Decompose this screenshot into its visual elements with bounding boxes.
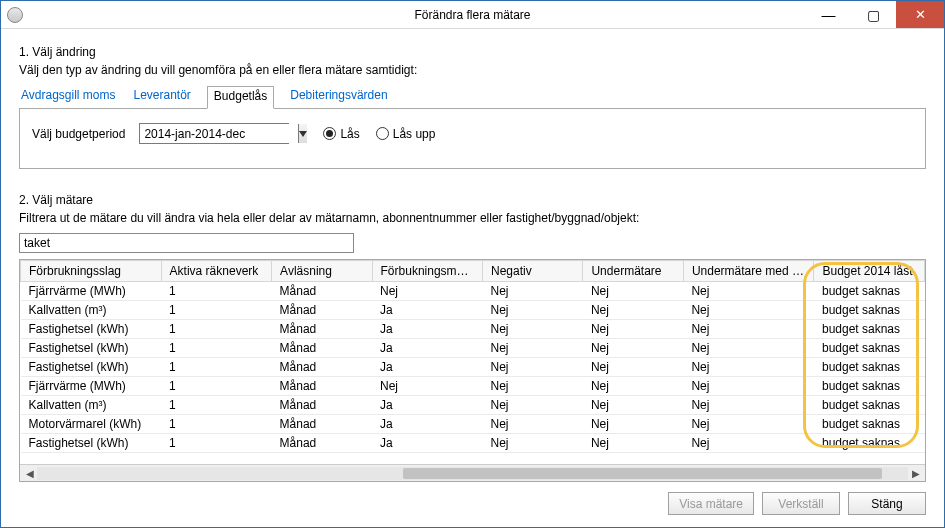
table-cell: Nej (583, 415, 683, 434)
table-cell: Fastighetsel (kWh) (21, 434, 162, 453)
table-cell: budget saknas (814, 434, 925, 453)
tab-avdragsgill-moms[interactable]: Avdragsgill moms (19, 86, 117, 109)
table-cell: 1 (161, 301, 271, 320)
tab-debiteringsvarden[interactable]: Debiteringsvärden (288, 86, 389, 109)
scroll-right-icon[interactable]: ▶ (908, 467, 923, 480)
table-cell: Nej (372, 282, 482, 301)
table-cell: Nej (683, 339, 814, 358)
tab-strip: Avdragsgill moms Leverantör Budgetlås De… (19, 85, 926, 109)
table-cell: Ja (372, 320, 482, 339)
table-cell: Ja (372, 358, 482, 377)
table-cell: Fjärrvärme (MWh) (21, 377, 162, 396)
table-cell: Månad (272, 358, 372, 377)
table-row[interactable]: Fjärrvärme (MWh)1MånadNejNejNejNejbudget… (21, 377, 925, 396)
close-button[interactable]: ✕ (896, 1, 944, 28)
radio-unlock[interactable]: Lås upp (376, 127, 436, 141)
table-row[interactable]: Kallvatten (m³)1MånadJaNejNejNejbudget s… (21, 396, 925, 415)
table-row[interactable]: Fjärrvärme (MWh)1MånadNejNejNejNejbudget… (21, 282, 925, 301)
table-cell: Nej (683, 320, 814, 339)
col-budget-last[interactable]: Budget 2014 låst (814, 261, 925, 282)
app-window: Förändra flera mätare — ▢ ✕ 1. Välj ändr… (0, 0, 945, 528)
table-cell: Ja (372, 415, 482, 434)
col-forbrukningsslag[interactable]: Förbrukningsslag (21, 261, 162, 282)
table-cell: Månad (272, 282, 372, 301)
table-cell: budget saknas (814, 396, 925, 415)
table-cell: Nej (483, 282, 583, 301)
table-cell: Nej (483, 358, 583, 377)
table-cell: Nej (683, 377, 814, 396)
meter-table-scroll[interactable]: Förbrukningsslag Aktiva räkneverk Avläsn… (20, 260, 925, 464)
chevron-down-icon[interactable] (298, 124, 307, 143)
col-aktiva-rakneverk[interactable]: Aktiva räkneverk (161, 261, 271, 282)
table-row[interactable]: Fastighetsel (kWh)1MånadJaNejNejNejbudge… (21, 339, 925, 358)
scroll-track[interactable] (37, 467, 908, 480)
table-header-row: Förbrukningsslag Aktiva räkneverk Avläsn… (21, 261, 925, 282)
table-cell: Fastighetsel (kWh) (21, 339, 162, 358)
col-negativ[interactable]: Negativ (483, 261, 583, 282)
table-cell: Nej (583, 377, 683, 396)
table-cell: 1 (161, 282, 271, 301)
maximize-button[interactable]: ▢ (851, 1, 896, 28)
table-cell: budget saknas (814, 339, 925, 358)
table-cell: Ja (372, 339, 482, 358)
table-cell: Nej (683, 282, 814, 301)
radio-unchecked-icon (376, 127, 389, 140)
table-cell: Fastighetsel (kWh) (21, 320, 162, 339)
table-cell: budget saknas (814, 358, 925, 377)
filter-input[interactable] (19, 233, 354, 253)
col-undermatare[interactable]: Undermätare (583, 261, 683, 282)
table-row[interactable]: Fastighetsel (kWh)1MånadJaNejNejNejbudge… (21, 358, 925, 377)
table-cell: Månad (272, 377, 372, 396)
table-row[interactable]: Motorvärmarel (kWh)1MånadJaNejNejNejbudg… (21, 415, 925, 434)
step1-heading: 1. Välj ändring (19, 45, 926, 59)
radio-lock-label: Lås (340, 127, 359, 141)
table-cell: Nej (483, 396, 583, 415)
tab-budgetlas-body: Välj budgetperiod Lås Lås upp (19, 109, 926, 169)
show-meter-button[interactable]: Visa mätare (668, 492, 754, 515)
table-cell: Månad (272, 415, 372, 434)
table-cell: 1 (161, 339, 271, 358)
table-cell: budget saknas (814, 320, 925, 339)
horizontal-scrollbar[interactable]: ◀ ▶ (20, 464, 925, 481)
window-controls: — ▢ ✕ (806, 1, 944, 28)
table-cell: Nej (583, 301, 683, 320)
meter-table-wrap: Förbrukningsslag Aktiva räkneverk Avläsn… (19, 259, 926, 482)
tab-budgetlas[interactable]: Budgetlås (207, 86, 274, 109)
lock-radio-group: Lås Lås upp (323, 127, 435, 141)
col-forbukningsmat[interactable]: Förbukningsmät… (372, 261, 482, 282)
table-cell: Månad (272, 301, 372, 320)
table-row[interactable]: Kallvatten (m³)1MånadJaNejNejNejbudget s… (21, 301, 925, 320)
table-cell: 1 (161, 434, 271, 453)
tab-leverantor[interactable]: Leverantör (131, 86, 192, 109)
radio-lock[interactable]: Lås (323, 127, 359, 141)
table-cell: Ja (372, 396, 482, 415)
budget-period-label: Välj budgetperiod (32, 127, 125, 141)
apply-button[interactable]: Verkställ (762, 492, 840, 515)
radio-checked-icon (323, 127, 336, 140)
table-cell: Nej (683, 301, 814, 320)
scroll-thumb[interactable] (403, 468, 882, 479)
table-cell: Nej (583, 358, 683, 377)
titlebar: Förändra flera mätare — ▢ ✕ (1, 1, 944, 29)
table-cell: 1 (161, 415, 271, 434)
budget-period-input[interactable] (140, 124, 298, 143)
budget-period-combo[interactable] (139, 123, 289, 144)
step2-heading: 2. Välj mätare (19, 193, 926, 207)
table-cell: 1 (161, 377, 271, 396)
table-cell: Kallvatten (m³) (21, 301, 162, 320)
table-cell: Nej (483, 320, 583, 339)
table-cell: Nej (683, 434, 814, 453)
table-cell: budget saknas (814, 301, 925, 320)
col-undermatare-av[interactable]: Undermätare med av… (683, 261, 814, 282)
scroll-left-icon[interactable]: ◀ (22, 467, 37, 480)
close-button-footer[interactable]: Stäng (848, 492, 926, 515)
minimize-button[interactable]: — (806, 1, 851, 28)
table-row[interactable]: Fastighetsel (kWh)1MånadJaNejNejNejbudge… (21, 434, 925, 453)
table-cell: budget saknas (814, 282, 925, 301)
table-cell: Månad (272, 396, 372, 415)
col-avlasning[interactable]: Avläsning (272, 261, 372, 282)
table-row[interactable]: Fastighetsel (kWh)1MånadJaNejNejNejbudge… (21, 320, 925, 339)
table-cell: Månad (272, 339, 372, 358)
table-cell: Nej (483, 434, 583, 453)
table-cell: Månad (272, 320, 372, 339)
